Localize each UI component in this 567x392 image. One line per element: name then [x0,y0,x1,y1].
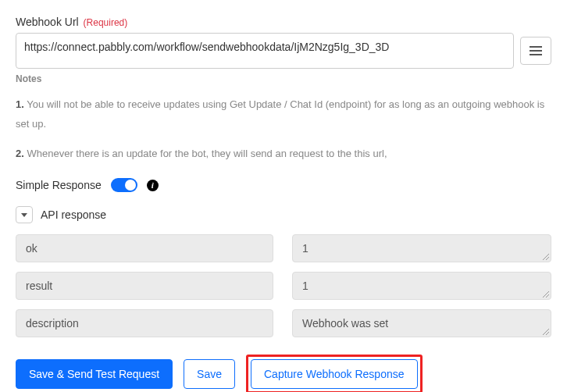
response-key[interactable]: description [16,309,273,337]
response-value[interactable]: 1 [292,234,551,262]
response-value[interactable]: Webhook was set [292,309,551,337]
save-button[interactable]: Save [184,359,235,389]
notes-heading: Notes [16,73,551,84]
api-response-row: ok 1 [16,234,551,262]
response-key[interactable]: ok [16,234,273,262]
response-key[interactable]: result [16,272,273,300]
note-1-text: You will not be able to receive updates … [16,98,544,130]
api-response-row: result 1 [16,272,551,300]
save-send-test-button[interactable]: Save & Send Test Request [16,359,173,389]
simple-response-label: Simple Response [16,179,102,191]
api-response-row: description Webhook was set [16,309,551,337]
webhook-url-input[interactable]: https://connect.pabbly.com/workflow/send… [16,33,514,69]
note-1-num: 1. [16,98,24,110]
note-2-text: Whenever there is an update for the bot,… [27,148,387,159]
api-response-label: API response [41,208,106,221]
webhook-url-label-text: Webhook Url [16,16,79,28]
api-response-collapse-button[interactable] [16,206,33,223]
hamburger-menu-button[interactable] [520,37,551,65]
note-1: 1. You will not be able to receive updat… [16,95,551,134]
capture-webhook-response-button[interactable]: Capture Webhook Response [251,359,418,389]
required-tag: (Required) [84,17,128,28]
note-2: 2. Whenever there is an update for the b… [16,144,551,164]
note-2-num: 2. [16,148,24,159]
simple-response-row: Simple Response i [16,178,551,192]
capture-highlight: Capture Webhook Response [246,355,423,392]
info-icon[interactable]: i [147,180,159,191]
button-row: Save & Send Test Request Save Capture We… [16,355,551,392]
simple-response-toggle[interactable] [111,178,137,192]
chevron-down-icon [21,213,27,217]
api-response-grid: ok 1 result 1 description Webhook was se… [16,234,551,337]
api-response-header: API response [16,206,551,223]
toggle-knob [125,180,136,191]
webhook-url-label: Webhook Url (Required) [16,16,551,28]
response-value[interactable]: 1 [292,272,551,300]
webhook-url-row: https://connect.pabbly.com/workflow/send… [16,33,551,69]
